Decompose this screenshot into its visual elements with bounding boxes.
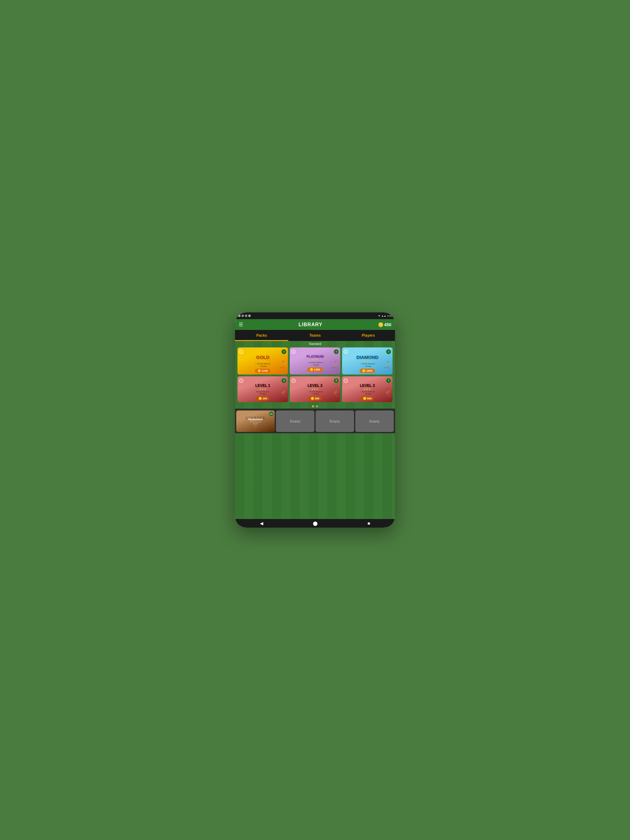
refresh-icon-platinum: ↻ xyxy=(291,350,296,354)
pack-stars-diamond: ★★★ xyxy=(364,360,371,363)
pack-price-platinum: 🪙 1300 xyxy=(307,368,322,372)
nav-home-button[interactable]: ⬤ xyxy=(307,519,324,527)
player-silhouette-diamond: 🏃 xyxy=(382,361,393,371)
pack-features-platinum: ✓ All-Star Reserve ✓ All-Star xyxy=(307,362,323,366)
pack-level2[interactable]: ↻ 5 LEVEL 2 ★★★ ✓ All-Star Reserve ✓ All… xyxy=(290,376,340,403)
cards-count-gold: 7 xyxy=(282,349,287,354)
player-silhouette-level1: 🏃 xyxy=(278,388,288,398)
coin-icon: 🪙 xyxy=(378,322,383,327)
top-bar: ☰ LIBRARY 🪙 450 xyxy=(235,319,395,330)
nav-back-button[interactable]: ◀ xyxy=(254,519,269,527)
pack-stars-level1: ★★★ xyxy=(259,388,266,390)
pack-stars-level3: ★★★ xyxy=(364,388,371,390)
refresh-icon-level1: ↻ xyxy=(239,379,243,383)
starter-sub: All-Star ReserveAll-Star xyxy=(250,421,261,425)
cards-count-platinum: 7 xyxy=(334,349,339,354)
status-left-icons xyxy=(238,314,251,317)
player-silhouette-gold: 🏃 xyxy=(278,361,288,371)
pack-price-level2: 🪙 300 xyxy=(308,396,322,401)
purchased-pack-empty-3[interactable]: Empty xyxy=(355,411,394,432)
battery-icon xyxy=(248,314,251,317)
pack-price-level1: 🪙 100 xyxy=(256,396,269,401)
refresh-icon-diamond: ↻ xyxy=(343,350,348,354)
coins-amount: 450 xyxy=(384,322,391,327)
pack-stars-level2: ★★★ xyxy=(311,388,319,390)
pack-name-level2: LEVEL 2 xyxy=(308,384,322,387)
pack-level1[interactable]: ↻ 3 LEVEL 1 ★★★ All-Star Reserve All-Sta… xyxy=(237,376,288,403)
purchased-pack-starter[interactable]: 25 STARTER Redeemed All-Star ReserveAll-… xyxy=(236,411,275,432)
cards-count-level3: 7 xyxy=(386,378,391,383)
packs-grid: ↻ 7 GOLD ★★★ ✓ All-Star Reserve ✓ All-St… xyxy=(235,346,395,404)
starter-badge: 25 xyxy=(269,412,274,416)
tab-packs[interactable]: Packs xyxy=(235,330,288,341)
circle-icon xyxy=(245,314,247,317)
pack-stars-gold: ★★★ xyxy=(259,360,266,363)
time-display: 3:32 xyxy=(387,314,392,317)
pack-name-level1: LEVEL 1 xyxy=(255,384,270,387)
tab-players[interactable]: Players xyxy=(342,330,395,341)
pagination-dot-1[interactable] xyxy=(312,405,314,407)
page-title: LIBRARY xyxy=(299,322,323,327)
settings-icon xyxy=(238,314,241,317)
empty-label-1: Empty xyxy=(290,419,301,423)
purchased-pack-empty-2[interactable]: Empty xyxy=(316,411,354,432)
main-content: Standard ↻ 7 GOLD ★★★ ✓ All-Star Reserve… xyxy=(235,341,395,519)
refresh-icon-level3: ↻ xyxy=(343,379,348,383)
tab-teams[interactable]: Teams xyxy=(288,330,342,341)
nav-recent-button[interactable]: ■ xyxy=(361,519,376,527)
pack-features-level2: ✓ All-Star Reserve ✓ All-Star xyxy=(307,391,323,396)
pack-stars-platinum: ★★★ xyxy=(311,358,319,361)
purchased-grid: 25 STARTER Redeemed All-Star ReserveAll-… xyxy=(236,411,394,432)
pagination xyxy=(235,404,395,409)
status-right-icons: ▼ ▲▲ 3:32 xyxy=(378,314,392,317)
refresh-icon: ↻ xyxy=(239,350,243,354)
section-label: Standard xyxy=(235,341,395,346)
device-frame: ▼ ▲▲ 3:32 ☰ LIBRARY 🪙 450 Packs Teams Pl… xyxy=(235,313,395,527)
pack-platinum[interactable]: ↻ 7 PLATINUM ★★★ ✓ All-Star Reserve ✓ Al… xyxy=(290,347,340,374)
player-silhouette-level2: 🏃 xyxy=(330,388,340,398)
cards-count-diamond: 7 xyxy=(386,349,391,354)
player-silhouette-level3: 🏃 xyxy=(382,388,393,398)
status-bar: ▼ ▲▲ 3:32 xyxy=(235,313,395,319)
pack-features-gold: ✓ All-Star Reserve ✓ All-Star xyxy=(255,363,271,368)
pack-features-level3: ✓ All-Star Reserve ✓ All-Star xyxy=(359,391,375,396)
cards-count-level2: 5 xyxy=(334,378,339,383)
pack-price-gold: 🪙 1100 xyxy=(255,369,270,373)
notification-icon xyxy=(242,314,244,317)
pack-name-gold: GOLD xyxy=(256,355,269,359)
pack-name-diamond: DIAMOND xyxy=(356,355,378,359)
empty-label-3: Empty xyxy=(369,419,380,423)
pack-gold[interactable]: ↻ 7 GOLD ★★★ ✓ All-Star Reserve ✓ All-St… xyxy=(237,347,288,374)
player-silhouette-platinum: 🏃 xyxy=(330,361,340,371)
cards-count-level1: 3 xyxy=(282,378,287,383)
nav-bar: ◀ ⬤ ■ xyxy=(235,519,395,527)
menu-button[interactable]: ☰ xyxy=(239,322,243,327)
pack-name-platinum: PLATINUM xyxy=(306,355,324,358)
wifi-icon: ▼ xyxy=(378,314,380,317)
empty-label-2: Empty xyxy=(330,419,340,423)
pack-name-level3: LEVEL 3 xyxy=(360,384,375,387)
pack-level3[interactable]: ↻ 7 LEVEL 3 ★★★ ✓ All-Star Reserve ✓ All… xyxy=(342,376,393,403)
purchased-pack-empty-1[interactable]: Empty xyxy=(276,411,314,432)
coins-badge: 🪙 450 xyxy=(378,322,391,327)
pack-features-level1: All-Star Reserve All-Star xyxy=(256,391,269,396)
pack-diamond[interactable]: ↻ 7 DIAMOND ★★★ ✓ All-Star Reserve ✓ All… xyxy=(342,347,393,374)
pagination-dot-2[interactable] xyxy=(316,405,318,407)
purchased-section: 25 STARTER Redeemed All-Star ReserveAll-… xyxy=(235,409,395,433)
redeemed-label: Redeemed xyxy=(249,418,263,421)
tabs-bar: Packs Teams Players xyxy=(235,330,395,341)
pack-price-diamond: 🪙 1500 xyxy=(359,369,375,373)
pack-features-diamond: ✓ All-Star Reserve ✓ All-Star xyxy=(359,363,375,368)
signal-icon: ▲▲ xyxy=(381,314,386,317)
refresh-icon-level2: ↻ xyxy=(291,379,296,383)
pack-price-level3: 🪙 500 xyxy=(361,396,374,401)
